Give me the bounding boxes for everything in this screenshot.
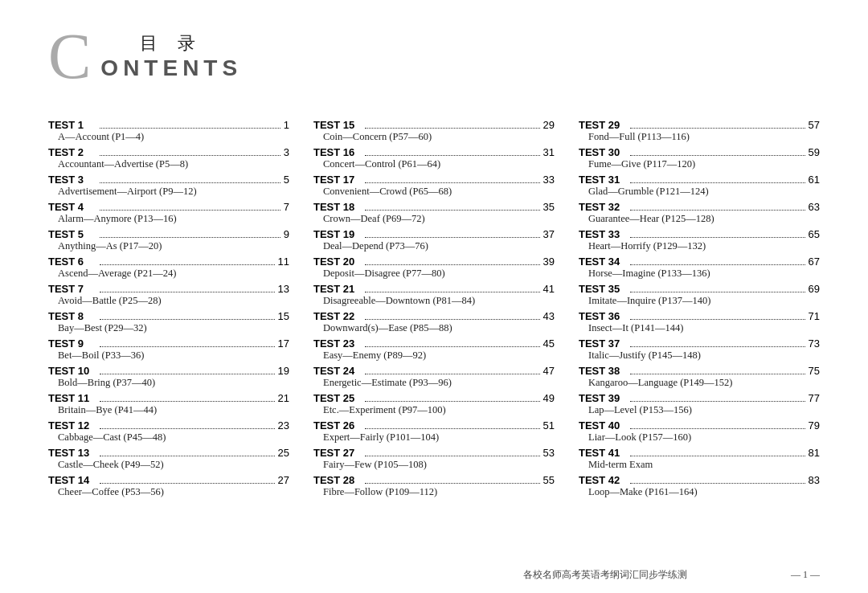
test-line: TEST 1529 <box>313 119 555 131</box>
sub-line: Crown—Deaf (P69—72) <box>313 213 555 225</box>
dots <box>630 428 805 429</box>
toc-entry: TEST 1121Britain—Bye (P41—44) <box>48 392 289 416</box>
test-label: TEST 9 <box>48 337 96 350</box>
sub-line: Alarm—Anymore (P13—16) <box>48 213 289 225</box>
toc-grid: TEST 11A—Account (P1—4)TEST 23Accountant… <box>48 119 820 501</box>
test-line: TEST 1631 <box>313 146 555 158</box>
test-line: TEST 4079 <box>579 419 820 431</box>
dots <box>365 346 540 347</box>
test-line: TEST 59 <box>48 228 289 240</box>
test-line: TEST 23 <box>48 146 289 158</box>
test-line: TEST 2651 <box>313 419 555 431</box>
test-line: TEST 2447 <box>313 365 555 377</box>
test-line: TEST 2753 <box>313 447 555 459</box>
toc-entry: TEST 3773Italic—Justify (P145—148) <box>579 337 820 362</box>
test-line: TEST 3365 <box>579 228 820 240</box>
test-line: TEST 3773 <box>579 337 820 350</box>
test-line: TEST 3875 <box>579 365 820 377</box>
page-number: 83 <box>809 474 820 486</box>
dots <box>365 210 540 211</box>
toc-entry: TEST 1937Deal—Depend (P73—76) <box>313 228 555 252</box>
toc-entry: TEST 3977Lap—Level (P153—156) <box>579 392 820 416</box>
test-line: TEST 47 <box>48 201 289 213</box>
test-label: TEST 32 <box>579 201 627 213</box>
sub-line: A—Account (P1—4) <box>48 131 289 143</box>
dots <box>100 428 275 429</box>
page-number: 57 <box>809 119 820 131</box>
sub-line: Guarantee—Hear (P125—128) <box>579 213 820 225</box>
toc-entry: TEST 713Avoid—Battle (P25—28) <box>48 283 289 307</box>
toc-col-0: TEST 11A—Account (P1—4)TEST 23Accountant… <box>48 119 289 501</box>
test-label: TEST 39 <box>579 392 627 404</box>
test-label: TEST 16 <box>313 146 362 158</box>
test-label: TEST 34 <box>579 256 627 268</box>
dots <box>100 401 275 402</box>
test-line: TEST 2549 <box>313 392 555 404</box>
page-number: 77 <box>809 392 820 404</box>
test-line: TEST 4181 <box>579 447 820 459</box>
sub-line: Loop—Make (P161—164) <box>579 486 820 498</box>
test-label: TEST 37 <box>579 337 627 350</box>
dots <box>630 346 805 347</box>
sub-line: Concert—Control (P61—64) <box>313 158 555 170</box>
title-block: 目 录 ONTENTS <box>100 31 242 81</box>
test-label: TEST 33 <box>579 228 627 240</box>
page-number: 1 <box>284 119 289 131</box>
test-line: TEST 4283 <box>579 474 820 486</box>
sub-line: Bay—Best (P29—32) <box>48 322 289 334</box>
dots <box>365 456 540 456</box>
test-label: TEST 10 <box>48 365 96 377</box>
page-number: 55 <box>543 474 555 486</box>
toc-entry: TEST 2855Fibre—Follow (P109—112) <box>313 474 555 498</box>
sub-line: Horse—Imagine (P133—136) <box>579 268 820 280</box>
test-line: TEST 2141 <box>313 283 555 295</box>
sub-line: Convenient—Crowd (P65—68) <box>313 186 555 198</box>
page-number: 23 <box>278 419 289 431</box>
test-label: TEST 6 <box>48 256 96 268</box>
page-number: 61 <box>809 174 820 186</box>
sub-line: Accountant—Advertise (P5—8) <box>48 158 289 170</box>
sub-line: Kangaroo—Language (P149—152) <box>579 377 820 389</box>
dots <box>630 210 805 211</box>
page-number: 19 <box>278 365 289 377</box>
test-line: TEST 2039 <box>313 256 555 268</box>
toc-entry: TEST 3161Glad—Grumble (P121—124) <box>579 174 820 198</box>
page-number: 13 <box>278 283 289 295</box>
test-label: TEST 8 <box>48 310 96 322</box>
sub-line: Fairy—Few (P105—108) <box>313 459 555 471</box>
dots <box>100 292 275 292</box>
page-number: 71 <box>809 310 820 322</box>
sub-line: Disagreeable—Downtown (P81—84) <box>313 295 555 307</box>
test-line: TEST 3671 <box>579 310 820 322</box>
test-line: TEST 1223 <box>48 419 289 431</box>
toc-entry: TEST 3263Guarantee—Hear (P125—128) <box>579 201 820 225</box>
toc-entry: TEST 11A—Account (P1—4) <box>48 119 289 143</box>
title-chinese: 目 录 <box>140 31 204 55</box>
test-line: TEST 2243 <box>313 310 555 322</box>
test-line: TEST 713 <box>48 283 289 295</box>
page-number: 25 <box>278 447 289 459</box>
test-line: TEST 611 <box>48 256 289 268</box>
test-label: TEST 24 <box>313 365 362 377</box>
page-number: 59 <box>809 146 820 158</box>
toc-entry: TEST 59Anything—As (P17—20) <box>48 228 289 252</box>
toc-entry: TEST 2957Fond—Full (P113—116) <box>579 119 820 143</box>
test-label: TEST 36 <box>579 310 627 322</box>
test-label: TEST 1 <box>48 119 96 131</box>
dots <box>630 374 805 374</box>
dots <box>630 292 805 292</box>
page-number: 9 <box>284 228 289 240</box>
test-line: TEST 1835 <box>313 201 555 213</box>
dots <box>100 128 280 129</box>
sub-line: Glad—Grumble (P121—124) <box>579 186 820 198</box>
sub-line: Energetic—Estimate (P93—96) <box>313 377 555 389</box>
test-label: TEST 4 <box>48 201 96 213</box>
test-line: TEST 3161 <box>579 174 820 186</box>
page-number: 69 <box>809 283 820 295</box>
toc-entry: TEST 2549Etc.—Experiment (P97—100) <box>313 392 555 416</box>
toc-entry: TEST 3467Horse—Imagine (P133—136) <box>579 256 820 280</box>
sub-line: Insect—It (P141—144) <box>579 322 820 334</box>
sub-line: Avoid—Battle (P25—28) <box>48 295 289 307</box>
dots <box>100 182 280 183</box>
dots <box>630 182 805 183</box>
